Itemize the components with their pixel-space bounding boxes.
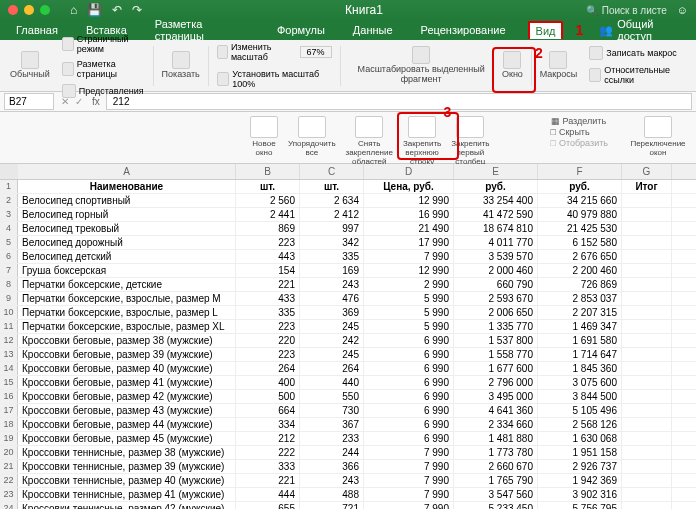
cell[interactable]: Кроссовки беговые, размер 41 (мужские) (18, 376, 236, 389)
cell[interactable]: 1 714 647 (538, 348, 622, 361)
cell[interactable]: 367 (300, 418, 364, 431)
row-hdr[interactable]: 17 (0, 404, 18, 417)
cell[interactable]: Перчатки боксерские, детские (18, 278, 236, 291)
zoom-btn[interactable]: Изменить масштаб 67% (213, 40, 336, 64)
cell[interactable]: 550 (300, 390, 364, 403)
cell[interactable]: 1 942 369 (538, 474, 622, 487)
cell[interactable]: 726 869 (538, 278, 622, 291)
row-hdr[interactable]: 10 (0, 306, 18, 319)
cell[interactable] (622, 460, 672, 473)
tab-home[interactable]: Главная (10, 22, 64, 38)
cell[interactable]: 223 (236, 348, 300, 361)
cell[interactable] (622, 222, 672, 235)
cell[interactable]: Кроссовки теннисные, размер 40 (мужские) (18, 474, 236, 487)
row-hdr[interactable]: 15 (0, 376, 18, 389)
cell[interactable]: 245 (300, 320, 364, 333)
cell[interactable]: Груша боксерская (18, 264, 236, 277)
share-button[interactable]: 👥 Общий доступ (599, 18, 686, 42)
cell[interactable]: 2 676 650 (538, 250, 622, 263)
cell[interactable]: 488 (300, 488, 364, 501)
cell[interactable]: Велосипед спортивный (18, 194, 236, 207)
col-F[interactable]: F (538, 164, 622, 179)
cell[interactable]: 3 495 000 (454, 390, 538, 403)
cell[interactable] (622, 432, 672, 445)
cell[interactable]: 476 (300, 292, 364, 305)
cell[interactable]: 721 (300, 502, 364, 509)
cell[interactable]: 17 990 (364, 236, 454, 249)
row-hdr[interactable]: 11 (0, 320, 18, 333)
new-window-btn[interactable]: Новое окно (250, 116, 278, 158)
cell[interactable] (622, 376, 672, 389)
select-all-corner[interactable] (0, 164, 18, 179)
cell[interactable] (622, 264, 672, 277)
cell[interactable]: 3 539 570 (454, 250, 538, 263)
cell[interactable]: 6 990 (364, 390, 454, 403)
cell[interactable]: Кроссовки теннисные, размер 41 (мужские) (18, 488, 236, 501)
search-box[interactable]: 🔍 Поиск в листе (586, 5, 667, 16)
cell[interactable]: Кроссовки беговые, размер 45 (мужские) (18, 432, 236, 445)
save-icon[interactable]: 💾 (87, 3, 102, 17)
row-hdr[interactable]: 12 (0, 334, 18, 347)
cell[interactable]: 660 790 (454, 278, 538, 291)
cell[interactable]: 869 (236, 222, 300, 235)
cell[interactable] (622, 236, 672, 249)
cell[interactable] (622, 334, 672, 347)
row-hdr[interactable]: 9 (0, 292, 18, 305)
cell[interactable]: 154 (236, 264, 300, 277)
cell[interactable]: 243 (300, 278, 364, 291)
cell[interactable]: 1 335 770 (454, 320, 538, 333)
cell[interactable]: 3 075 600 (538, 376, 622, 389)
col-A[interactable]: A (18, 164, 236, 179)
cell[interactable]: 2 990 (364, 278, 454, 291)
home-icon[interactable]: ⌂ (70, 3, 77, 17)
row-hdr[interactable]: 8 (0, 278, 18, 291)
cell[interactable]: Перчатки боксерские, взрослые, размер L (18, 306, 236, 319)
cell[interactable]: 245 (300, 348, 364, 361)
cell[interactable]: 6 152 580 (538, 236, 622, 249)
cell[interactable]: Кроссовки беговые, размер 42 (мужские) (18, 390, 236, 403)
cell[interactable]: Кроссовки теннисные, размер 39 (мужские) (18, 460, 236, 473)
cell[interactable]: 21 425 530 (538, 222, 622, 235)
cell[interactable]: 4 641 360 (454, 404, 538, 417)
cell[interactable]: Кроссовки теннисные, размер 38 (мужские) (18, 446, 236, 459)
cell[interactable]: 2 926 737 (538, 460, 622, 473)
unfreeze-btn[interactable]: Снять закрепление областей (346, 116, 393, 166)
formula-input[interactable]: 212 (106, 93, 692, 110)
cell[interactable] (622, 306, 672, 319)
cell[interactable] (622, 502, 672, 509)
cell[interactable] (622, 278, 672, 291)
cell[interactable]: 366 (300, 460, 364, 473)
cell[interactable]: 2 200 460 (538, 264, 622, 277)
cell[interactable] (622, 250, 672, 263)
tab-data[interactable]: Данные (347, 22, 399, 38)
undo-icon[interactable]: ↶ (112, 3, 122, 17)
cell[interactable]: 1 765 790 (454, 474, 538, 487)
row-hdr[interactable]: 18 (0, 418, 18, 431)
cell[interactable]: Велосипед детский (18, 250, 236, 263)
cell[interactable]: 2 796 000 (454, 376, 538, 389)
cell[interactable]: 40 979 880 (538, 208, 622, 221)
custom-views-btn[interactable]: Представления (58, 82, 149, 100)
split-btn[interactable]: ▦Разделить (551, 116, 609, 126)
cell[interactable]: 997 (300, 222, 364, 235)
cell[interactable] (622, 488, 672, 501)
cell[interactable]: Кроссовки беговые, размер 38 (мужские) (18, 334, 236, 347)
cell[interactable]: 6 990 (364, 404, 454, 417)
row-hdr[interactable]: 23 (0, 488, 18, 501)
cell[interactable]: 2 441 (236, 208, 300, 221)
cell[interactable]: 2 006 650 (454, 306, 538, 319)
cell[interactable]: 443 (236, 250, 300, 263)
col-C[interactable]: C (300, 164, 364, 179)
cell[interactable]: 655 (236, 502, 300, 509)
row-hdr[interactable]: 22 (0, 474, 18, 487)
cell[interactable]: 2 660 670 (454, 460, 538, 473)
cell[interactable]: 7 990 (364, 250, 454, 263)
cell[interactable]: 342 (300, 236, 364, 249)
switch-windows-btn[interactable]: Переключение окон (630, 116, 686, 158)
cell[interactable]: 6 990 (364, 376, 454, 389)
cell[interactable]: 5 990 (364, 320, 454, 333)
cell[interactable]: Кроссовки беговые, размер 44 (мужские) (18, 418, 236, 431)
cell[interactable]: 7 990 (364, 446, 454, 459)
minimize-icon[interactable] (24, 5, 34, 15)
row-hdr[interactable]: 14 (0, 362, 18, 375)
